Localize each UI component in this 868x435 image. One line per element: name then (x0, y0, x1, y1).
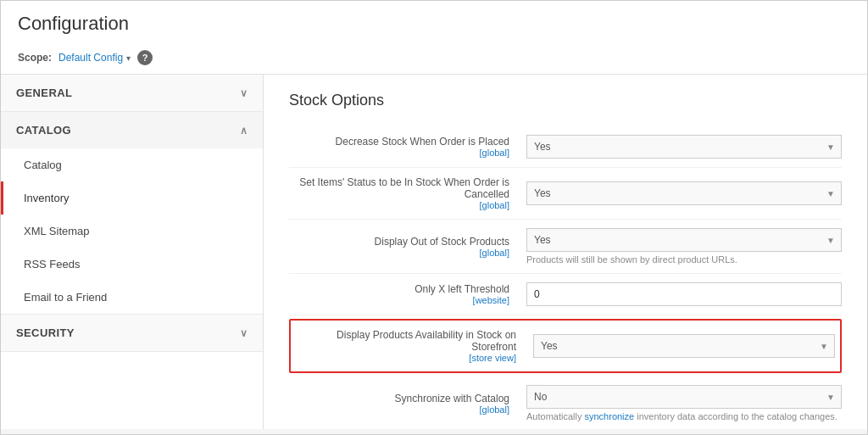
help-icon[interactable]: ? (137, 50, 153, 65)
select-wrapper-decrease-stock: YesNo (526, 135, 842, 159)
sidebar-section-catalog: CATALOG ∧ Catalog Inventory XML Sitemap … (1, 112, 263, 315)
form-control-display-out-of-stock: YesNo Products will still be shown by di… (526, 228, 842, 265)
sidebar-section-general-header[interactable]: GENERAL ∨ (1, 75, 263, 111)
note-synchronize-catalog: Automatically synchronize inventory data… (526, 411, 842, 421)
scope-label: Scope: (18, 52, 52, 64)
select-decrease-stock[interactable]: YesNo (526, 135, 842, 159)
sidebar-item-rss-feeds[interactable]: RSS Feeds (1, 248, 263, 281)
scope-dropdown[interactable]: Default Config ▾ (58, 52, 131, 64)
form-label-display-availability: Display Products Availability in Stock o… (296, 329, 533, 363)
sidebar-item-email-friend[interactable]: Email to a Friend (1, 281, 263, 314)
note-display-out-of-stock: Products will still be shown by direct p… (526, 254, 842, 265)
sidebar-section-general-label: GENERAL (16, 86, 72, 99)
sidebar: GENERAL ∨ CATALOG ∧ Catalog Inventory (1, 75, 264, 429)
select-items-status[interactable]: YesNo (526, 181, 842, 205)
select-display-availability[interactable]: YesNo (533, 334, 835, 358)
form-label-display-out-of-stock: Display Out of Stock Products [global] (289, 236, 526, 258)
main-layout: GENERAL ∨ CATALOG ∧ Catalog Inventory (1, 75, 867, 429)
scope-only-x-left: [website] (289, 295, 509, 305)
form-row-display-out-of-stock: Display Out of Stock Products [global] Y… (289, 220, 842, 274)
page-title: Configuration (18, 13, 850, 35)
select-wrapper-items-status: YesNo (526, 181, 842, 205)
sidebar-item-rss-feeds-label: RSS Feeds (24, 258, 80, 270)
form-label-decrease-stock: Decrease Stock When Order is Placed [glo… (289, 136, 526, 158)
chevron-catalog-icon: ∧ (240, 125, 248, 137)
chevron-down-icon: ▾ (126, 53, 131, 63)
scope-display-out-of-stock: [global] (289, 248, 509, 258)
form-row-only-x-left: Only X left Threshold [website] (289, 274, 842, 315)
sidebar-item-xml-sitemap[interactable]: XML Sitemap (1, 215, 263, 248)
form-control-synchronize-catalog: NoYes Automatically synchronize inventor… (526, 385, 842, 421)
sidebar-section-catalog-label: CATALOG (16, 124, 71, 137)
form-control-decrease-stock: YesNo (526, 135, 842, 159)
select-display-out-of-stock[interactable]: YesNo (526, 228, 842, 252)
scope-value: Default Config (58, 52, 123, 64)
form-row-synchronize-catalog: Synchronize with Catalog [global] NoYes … (289, 376, 842, 429)
select-synchronize-catalog[interactable]: NoYes (526, 385, 842, 409)
form-control-display-availability: YesNo (533, 334, 835, 358)
form-control-only-x-left (526, 282, 842, 306)
sidebar-item-email-friend-label: Email to a Friend (24, 291, 107, 304)
form-row-items-status: Set Items' Status to be In Stock When Or… (289, 168, 842, 220)
scope-display-availability: [store view] (296, 353, 516, 363)
page-header: Configuration Scope: Default Config ▾ ? (1, 1, 867, 75)
section-title: Stock Options (289, 92, 842, 109)
scope-bar: Scope: Default Config ▾ ? (18, 43, 850, 65)
sidebar-section-security-header[interactable]: SECURITY ∨ (1, 315, 263, 351)
form-table: Decrease Stock When Order is Placed [glo… (289, 126, 842, 429)
sync-link[interactable]: synchronize (584, 411, 634, 421)
scope-items-status: [global] (289, 200, 509, 210)
content-area: Stock Options Decrease Stock When Order … (264, 75, 867, 429)
input-only-x-left[interactable] (526, 282, 842, 306)
chevron-security-icon: ∨ (240, 327, 248, 339)
sidebar-section-general: GENERAL ∨ (1, 75, 263, 112)
sidebar-section-security-label: SECURITY (16, 326, 75, 339)
select-wrapper-display-availability: YesNo (533, 334, 835, 358)
select-wrapper-display-out-of-stock: YesNo (526, 228, 842, 252)
sidebar-item-inventory[interactable]: Inventory (1, 181, 263, 215)
sidebar-item-catalog-label: Catalog (24, 159, 62, 171)
select-wrapper-synchronize-catalog: NoYes (526, 385, 842, 409)
form-label-items-status: Set Items' Status to be In Stock When Or… (289, 176, 526, 210)
sidebar-section-security: SECURITY ∨ (1, 315, 263, 352)
page-wrapper: Configuration Scope: Default Config ▾ ? … (0, 0, 868, 435)
sidebar-section-catalog-header[interactable]: CATALOG ∧ (1, 112, 263, 148)
chevron-general-icon: ∨ (240, 87, 248, 99)
scope-decrease-stock: [global] (289, 148, 509, 158)
scope-synchronize-catalog: [global] (289, 404, 509, 415)
sidebar-catalog-items: Catalog Inventory XML Sitemap RSS Feeds … (1, 148, 263, 314)
sidebar-item-inventory-label: Inventory (24, 192, 69, 204)
sidebar-item-xml-sitemap-label: XML Sitemap (24, 225, 90, 237)
form-row-decrease-stock: Decrease Stock When Order is Placed [glo… (289, 126, 842, 168)
sidebar-item-catalog[interactable]: Catalog (1, 148, 263, 181)
form-label-synchronize-catalog: Synchronize with Catalog [global] (289, 393, 526, 415)
form-label-only-x-left: Only X left Threshold [website] (289, 283, 526, 305)
form-row-display-availability: Display Products Availability in Stock o… (289, 319, 842, 373)
form-control-items-status: YesNo (526, 181, 842, 205)
